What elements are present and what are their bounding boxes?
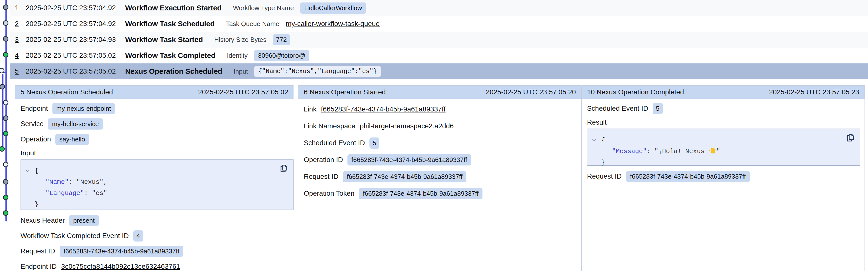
panel-nexus-operation-scheduled: 5 Nexus Operation Scheduled 2025-02-25 U… <box>15 85 298 271</box>
panel-body: Link f665283f-743e-4374-b45b-9a61a89337f… <box>298 99 581 202</box>
panel-header: 6 Nexus Operation Started 2025-02-25 UTC… <box>298 85 581 99</box>
panel-body: Scheduled Event ID 5 Result <box>582 99 865 184</box>
event-timestamp: 2025-02-25 UTC 23:57:05.02 <box>26 67 125 75</box>
task-queue-link[interactable]: my-caller-workflow-task-queue <box>286 20 380 28</box>
panel-timestamp: 2025-02-25 UTC 23:57:05.02 <box>198 88 288 96</box>
panel-title: 10 Nexus Operation Completed <box>587 88 684 96</box>
panel-timestamp: 2025-02-25 UTC 23:57:05.20 <box>486 88 576 96</box>
event-id-link[interactable]: 2 <box>15 20 26 28</box>
event-row[interactable]: 3 2025-02-25 UTC 23:57:04.93 Workflow Ta… <box>10 32 868 48</box>
detail-value-badge: f665283f-743e-4374-b45b-9a61a89337ff <box>60 246 183 257</box>
event-row[interactable]: 1 2025-02-25 UTC 23:57:04.92 Workflow Ex… <box>10 0 868 16</box>
detail-row-wtc-event-id: Workflow Task Completed Event ID 4 <box>21 228 293 244</box>
panel-nexus-operation-started: 6 Nexus Operation Started 2025-02-25 UTC… <box>298 85 581 271</box>
event-name: Nexus Operation Scheduled <box>125 67 222 76</box>
detail-row-endpoint: Endpoint my-nexus-endpoint <box>21 101 293 116</box>
input-label-row: Input <box>21 147 293 159</box>
namespace-link[interactable]: phil-target-namespace2.a2dd6 <box>360 122 454 130</box>
detail-label: Operation ID <box>304 156 343 164</box>
event-attr-label: Workflow Type Name <box>233 4 294 12</box>
detail-label: Endpoint ID <box>21 263 57 271</box>
event-row[interactable]: 2 2025-02-25 UTC 23:57:04.92 Workflow Ta… <box>10 16 868 32</box>
timeline-dot <box>3 195 8 200</box>
detail-row-nexus-header: Nexus Header present <box>21 213 293 228</box>
panel-header: 5 Nexus Operation Scheduled 2025-02-25 U… <box>15 85 293 99</box>
input-json-viewer: { "Name": "Nexus", "Language": "es" } <box>21 159 293 210</box>
timeline-dot <box>3 100 8 105</box>
detail-label: Request ID <box>21 247 55 255</box>
detail-label: Endpoint <box>21 105 48 112</box>
copy-button[interactable] <box>279 163 289 173</box>
detail-row-request-id: Request ID f665283f-743e-4374-b45b-9a61a… <box>304 168 577 185</box>
detail-row-request-id: Request ID f665283f-743e-4374-b45b-9a61a… <box>587 169 860 184</box>
event-timestamp: 2025-02-25 UTC 23:57:05.02 <box>26 52 125 59</box>
detail-row-operation-id: Operation ID f665283f-743e-4374-b45b-9a6… <box>304 151 577 168</box>
detail-label: Request ID <box>304 173 338 181</box>
event-attr-label: Input <box>234 67 248 75</box>
event-timestamp: 2025-02-25 UTC 23:57:04.93 <box>26 36 125 44</box>
detail-row-operation: Operation say-hello <box>21 132 293 147</box>
event-row[interactable]: 4 2025-02-25 UTC 23:57:05.02 Workflow Ta… <box>10 48 868 63</box>
event-id-link[interactable]: 5 <box>15 67 26 75</box>
detail-label: Scheduled Event ID <box>304 139 365 147</box>
event-attr-value-badge: 30960@totoro@ <box>254 50 309 61</box>
event-name: Workflow Task Scheduled <box>125 20 215 28</box>
event-id-link[interactable]: 1 <box>15 4 26 12</box>
event-attr-label: History Size Bytes <box>214 36 266 44</box>
json-open-brace: { <box>587 135 860 146</box>
timeline-dot <box>3 52 8 57</box>
copy-button[interactable] <box>845 133 856 143</box>
panel-timestamp: 2025-02-25 UTC 23:57:05.23 <box>769 88 859 96</box>
panel-header: 10 Nexus Operation Completed 2025-02-25 … <box>582 85 865 99</box>
copy-icon <box>845 133 856 143</box>
result-json-viewer: { "Message": "¡Hola! Nexus " } <box>587 129 860 166</box>
detail-row-scheduled-event-id: Scheduled Event ID 5 <box>587 101 860 116</box>
detail-value-badge: present <box>69 215 99 226</box>
event-input-badge: {"Name":"Nexus","Language":"es"} <box>254 66 381 77</box>
detail-label: Link Namespace <box>304 122 355 130</box>
event-attr-value-badge: 772 <box>273 34 290 45</box>
detail-value-badge: my-hello-service <box>48 118 103 130</box>
timeline-line-main <box>5 0 7 221</box>
event-name: Workflow Task Started <box>125 35 203 44</box>
event-timestamp: 2025-02-25 UTC 23:57:04.92 <box>26 20 125 28</box>
panel-body: Endpoint my-nexus-endpoint Service my-he… <box>15 99 298 271</box>
timeline-dot <box>0 146 5 152</box>
panel-nexus-operation-completed: 10 Nexus Operation Completed 2025-02-25 … <box>581 85 865 271</box>
json-open-brace: { <box>21 165 293 177</box>
detail-label: Input <box>21 149 36 157</box>
detail-row-service: Service my-hello-service <box>21 116 293 132</box>
chevron-down-icon[interactable] <box>25 168 31 174</box>
detail-row-endpoint-id: Endpoint ID 3c0c75ccfa8144b092c13ce63246… <box>21 259 293 271</box>
event-name: Workflow Execution Started <box>125 4 222 12</box>
detail-row-request-id: Request ID f665283f-743e-4374-b45b-9a61a… <box>21 244 293 259</box>
event-attr-label: Task Queue Name <box>226 20 279 28</box>
timeline-dot <box>3 179 8 185</box>
event-link[interactable]: f665283f-743e-4374-b45b-9a61a89337ff <box>321 105 445 113</box>
detail-label: Link <box>304 105 316 113</box>
panel-title: 5 Nexus Operation Scheduled <box>21 88 113 96</box>
event-attr-value-badge: HelloCallerWorkflow <box>300 2 366 13</box>
detail-value-badge: 5 <box>653 103 662 114</box>
json-close-brace: } <box>587 157 860 168</box>
detail-label: Request ID <box>587 172 622 180</box>
detail-row-scheduled-event-id: Scheduled Event ID 5 <box>304 135 577 151</box>
detail-label: Operation <box>21 135 51 143</box>
event-name: Workflow Task Completed <box>125 51 215 60</box>
detail-row-link-namespace: Link Namespace phil-target-namespace2.a2… <box>304 118 577 135</box>
event-timestamp: 2025-02-25 UTC 23:57:04.92 <box>26 4 125 12</box>
detail-value-badge: f665283f-743e-4374-b45b-9a61a89337ff <box>626 171 750 182</box>
endpoint-id-link[interactable]: 3c0c75ccfa8144b092c13ce632463761 <box>61 263 180 271</box>
chevron-down-icon[interactable] <box>591 137 597 143</box>
json-line: "Name": "Nexus", <box>21 177 293 188</box>
event-row-selected[interactable]: 5 2025-02-25 UTC 23:57:05.02 Nexus Opera… <box>10 63 868 79</box>
detail-row-link: Link f665283f-743e-4374-b45b-9a61a89337f… <box>304 101 577 118</box>
workflow-history-view: 1 2025-02-25 UTC 23:57:04.92 Workflow Ex… <box>0 0 868 271</box>
timeline-dot <box>3 210 8 216</box>
event-id-link[interactable]: 4 <box>15 52 26 59</box>
event-id-link[interactable]: 3 <box>15 36 26 44</box>
timeline-dot <box>3 36 8 42</box>
detail-value-badge: f665283f-743e-4374-b45b-9a61a89337ff <box>359 188 483 199</box>
detail-label: Workflow Task Completed Event ID <box>21 232 129 240</box>
event-attr-label: Identity <box>227 52 248 59</box>
